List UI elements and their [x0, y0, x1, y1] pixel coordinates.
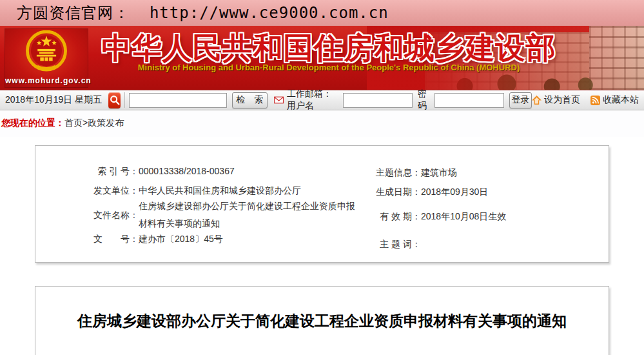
field-label: 发文单位：	[88, 184, 139, 197]
site-header: www.mohurd.gov.cn 中华人民共和国住房和城乡建设部 Minist…	[0, 26, 644, 90]
article-title: 住房城乡建设部办公厅关于简化建设工程企业资质申报材料有关事项的通知	[35, 311, 609, 331]
field-index-number: 索 引 号： 000013338/2018-00367	[88, 165, 235, 178]
field-value: 住房城乡建设部办公厅关于简化建设工程企业资质申报材料有关事项的通知	[139, 198, 358, 232]
login-button[interactable]: 登录	[509, 92, 532, 108]
mail-icon	[274, 95, 284, 105]
set-homepage-link[interactable]: 设为首页	[532, 94, 580, 106]
bookmark-rss-icon	[590, 96, 600, 105]
field-value: 中华人民共和国住房和城乡建设部办公厅	[139, 184, 301, 197]
breadcrumb-prefix: 您现在的位置：	[1, 117, 64, 128]
password-label: 密码	[418, 88, 431, 112]
bookmark-site-label: 收藏本站	[603, 94, 639, 106]
site-subtitle-english: Ministry of Housing and Urban-Rural Deve…	[90, 63, 567, 72]
field-value: 建办市〔2018〕45号	[139, 232, 223, 245]
field-effective-date: 有 效 期： 2018年10月08日生效	[371, 210, 506, 223]
mohurd-url-label: www.mohurd.gov.cn	[5, 76, 88, 85]
field-document-number: 文 号： 建办市〔2018〕45号	[88, 232, 223, 245]
field-label: 索 引 号：	[88, 165, 139, 178]
bookmark-site-link[interactable]: 收藏本站	[590, 94, 639, 106]
current-date-label: 2018年10月19日 星期五	[5, 94, 102, 106]
toolbar-separator	[124, 92, 125, 108]
search-submit-button[interactable]: 检 索	[232, 92, 268, 108]
field-value: 2018年09月30日	[421, 185, 488, 198]
field-label: 主 题 词：	[371, 238, 421, 250]
mail-username-label: 工作邮箱：用户名	[287, 88, 339, 112]
national-emblem-icon	[24, 30, 69, 73]
field-keywords: 主 题 词：	[371, 238, 421, 250]
breadcrumb: 您现在的位置：首页>政策发布	[0, 111, 644, 137]
toolbar: 2018年10月19日 星期五 检 索 工作邮箱：用户名 密码 登录 设为首页	[0, 90, 644, 110]
field-value: 建筑市场	[421, 166, 457, 179]
national-emblem-panel: www.mohurd.gov.cn	[5, 29, 88, 87]
field-label: 有 效 期：	[371, 210, 421, 223]
page: 方圆资信官网： http://www.ce9000.com.cn ww	[0, 0, 644, 355]
field-issuing-unit: 发文单位： 中华人民共和国住房和城乡建设部办公厅	[88, 184, 301, 197]
field-value: 000013338/2018-00367	[139, 165, 235, 178]
breadcrumb-path[interactable]: 首页>政策发布	[64, 117, 124, 128]
password-input[interactable]	[434, 93, 504, 108]
home-icon	[532, 96, 542, 105]
field-topic-info: 主题信息： 建筑市场	[371, 166, 457, 179]
article-panel: 住房城乡建设部办公厅关于简化建设工程企业资质申报材料有关事项的通知	[35, 286, 609, 355]
search-icon[interactable]	[108, 92, 121, 108]
field-label: 生成日期：	[371, 185, 421, 198]
field-document-name: 文件名称： 住房城乡建设部办公厅关于简化建设工程企业资质申报材料有关事项的通知	[88, 198, 358, 232]
field-label: 主题信息：	[371, 166, 421, 179]
field-label: 文 号：	[88, 232, 139, 245]
ad-banner-link[interactable]: 方圆资信官网： http://www.ce9000.com.cn	[0, 3, 389, 23]
field-value: 2018年10月08日生效	[421, 210, 506, 223]
ad-banner: 方圆资信官网： http://www.ce9000.com.cn	[0, 0, 644, 26]
search-input[interactable]	[129, 93, 227, 108]
set-homepage-label: 设为首页	[544, 94, 580, 106]
field-label: 文件名称：	[88, 208, 139, 221]
field-creation-date: 生成日期： 2018年09月30日	[371, 185, 488, 198]
mail-username-input[interactable]	[343, 93, 413, 108]
document-info-panel: 索 引 号： 000013338/2018-00367 发文单位： 中华人民共和…	[35, 145, 609, 263]
